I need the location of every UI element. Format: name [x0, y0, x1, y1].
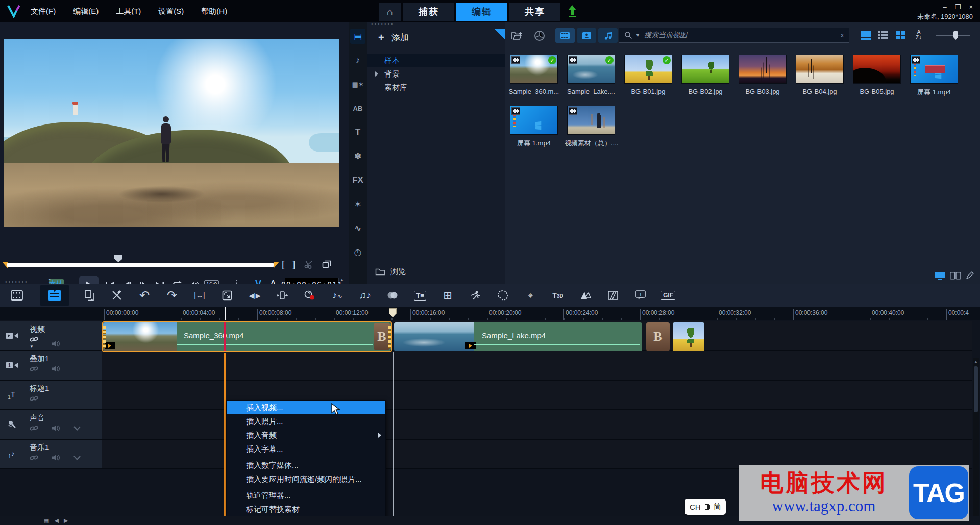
upgrade-arrow-icon[interactable]	[568, 5, 577, 18]
restore-button[interactable]: ❐	[955, 3, 961, 11]
record-capture-button[interactable]	[302, 288, 317, 303]
gif-creator-button[interactable]: GIF	[660, 288, 676, 303]
blend-button[interactable]	[385, 288, 400, 303]
library-item[interactable]: ✓Sample_360.m...	[507, 55, 560, 95]
media-icon[interactable]: ▤	[350, 29, 365, 44]
menu-item-4[interactable]: 帮助(H)	[201, 7, 227, 16]
menu-item-2[interactable]: 工具(T)	[116, 7, 141, 16]
timeline-view-button[interactable]	[40, 285, 69, 306]
track-header-声音[interactable]: 声音	[0, 410, 102, 439]
filter-photo-button[interactable]	[577, 28, 596, 43]
transition-b-icon[interactable]: B	[374, 323, 390, 350]
item-thumbnail[interactable]	[510, 106, 557, 134]
grid-toggle-icon[interactable]: ▦	[44, 517, 49, 524]
library-item[interactable]: ✓Sample_Lake....	[565, 55, 618, 95]
title-icon[interactable]: T	[350, 124, 365, 140]
scrubber-bar[interactable]	[7, 263, 274, 267]
view-thumbnail-button[interactable]	[859, 29, 873, 42]
track-mute-icon[interactable]	[52, 365, 60, 372]
context-menu-item-2[interactable]: 插入音频	[227, 428, 385, 442]
enlarge-preview-button[interactable]	[322, 260, 331, 269]
context-menu-item-7[interactable]: 标记可替换素材	[227, 502, 385, 516]
mark-in-button[interactable]: [	[282, 259, 284, 270]
tab-home[interactable]: ⌂	[379, 3, 401, 21]
panel-drag-handle[interactable]: •••••••	[371, 21, 395, 27]
link-clips-icon[interactable]	[30, 454, 38, 461]
context-menu-item-5[interactable]: 插入要应用时间流逝/频闪的照片...	[227, 472, 385, 486]
playhead-line[interactable]	[225, 307, 226, 320]
tools-button[interactable]	[109, 288, 125, 303]
link-clips-icon[interactable]	[30, 395, 38, 402]
split-clip-button[interactable]	[304, 260, 314, 269]
scroll-up-icon[interactable]: ▲	[973, 358, 979, 364]
filter-audio-button[interactable]	[598, 28, 618, 43]
context-menu-item-0[interactable]: 插入视频...	[227, 401, 385, 414]
auto-music-button[interactable]: ♫♪	[357, 288, 373, 303]
track-expand-icon[interactable]	[74, 456, 81, 460]
browse-button[interactable]: 浏览	[375, 267, 406, 277]
track-header-标题1[interactable]: 1T标题1	[0, 381, 102, 409]
track-row[interactable]	[0, 381, 972, 410]
fit-window-button[interactable]: |↔|	[192, 288, 207, 303]
ripple-insert-button[interactable]	[275, 288, 290, 303]
volume-line[interactable]	[177, 344, 373, 345]
video-mask-button[interactable]	[605, 288, 621, 303]
library-item[interactable]: BG-B03.jpg	[736, 55, 789, 95]
title-3d-button[interactable]: T3D	[550, 288, 566, 303]
item-thumbnail[interactable]	[911, 55, 958, 83]
track-header-音乐1[interactable]: 1♪音乐1	[0, 440, 102, 468]
import-media-button[interactable]	[509, 29, 525, 43]
category-背景[interactable]: 背景	[367, 67, 505, 81]
audio-mixer-button[interactable]: ♪∿	[330, 288, 345, 303]
trim-end-handle[interactable]	[274, 262, 279, 268]
search-input[interactable]: ▼ 搜索当前视图 x	[619, 28, 849, 43]
resize-button[interactable]	[219, 288, 235, 303]
menu-item-1[interactable]: 编辑(E)	[73, 7, 99, 16]
context-menu-item-6[interactable]: 轨道管理器...	[227, 488, 385, 502]
thumbnail-size-slider[interactable]	[936, 35, 970, 36]
menu-item-0[interactable]: 文件(F)	[31, 7, 56, 16]
clip-sample-lake[interactable]: Sample_Lake.mp4	[394, 322, 642, 351]
view-grid-button[interactable]	[893, 29, 908, 42]
transition-b-tile[interactable]: B	[646, 322, 670, 351]
subtitle-editor-button[interactable]: T≡	[412, 288, 428, 303]
clip-bg-image[interactable]	[673, 322, 704, 351]
show-library-panel-button[interactable]	[935, 272, 945, 280]
category-素材库[interactable]: 素材库	[367, 81, 505, 94]
motion-tracking-button[interactable]: ⌖	[523, 288, 538, 303]
minimize-button[interactable]: –	[943, 3, 947, 11]
scroll-left-icon[interactable]: ◀	[54, 517, 58, 524]
item-thumbnail[interactable]	[796, 55, 843, 83]
library-item[interactable]: 屏幕 1.mp4	[507, 106, 560, 148]
audio-icon[interactable]: ♪	[350, 53, 365, 68]
show-options-panel-button[interactable]	[950, 272, 961, 280]
library-item[interactable]: 视频素材（总）....	[565, 106, 618, 148]
item-thumbnail[interactable]	[682, 55, 729, 83]
track-mute-icon[interactable]	[52, 424, 60, 432]
speed-icon[interactable]: ◷	[350, 244, 365, 260]
storyboard-view-button[interactable]	[9, 288, 24, 303]
context-menu-item-4[interactable]: 插入数字媒体...	[227, 458, 385, 472]
view-list-button[interactable]	[876, 29, 890, 42]
motion-path-icon[interactable]: ∿	[350, 220, 365, 236]
speed-button[interactable]	[468, 288, 483, 303]
item-thumbnail[interactable]: ✓	[625, 55, 672, 83]
tab-编辑[interactable]: 编辑	[456, 3, 507, 21]
filter-video-button[interactable]	[555, 28, 575, 43]
item-thumbnail[interactable]	[568, 106, 615, 134]
speech-to-text-button[interactable]: T	[633, 288, 648, 303]
transition-ab-icon[interactable]: AB	[350, 101, 365, 116]
track-header-视频[interactable]: 视频▼	[0, 321, 102, 350]
mask-check-button[interactable]	[578, 288, 593, 303]
scrubber-playhead[interactable]	[114, 255, 122, 262]
context-menu-item-1[interactable]: 插入照片...	[227, 414, 385, 428]
edit-pencil-icon[interactable]	[966, 271, 974, 280]
track-header-叠加1[interactable]: 1叠加1	[0, 351, 102, 380]
volume-line[interactable]	[474, 344, 640, 345]
timeline-ruler[interactable]: 00:00:00:0000:00:04:0000:00:08:0000:00:1…	[0, 307, 980, 320]
redo-button[interactable]: ↷	[164, 288, 180, 303]
category-样本[interactable]: 样本	[367, 54, 505, 67]
item-thumbnail[interactable]	[739, 55, 786, 83]
clear-search-icon[interactable]: x	[841, 32, 844, 39]
tab-共享[interactable]: 共享	[509, 3, 560, 21]
